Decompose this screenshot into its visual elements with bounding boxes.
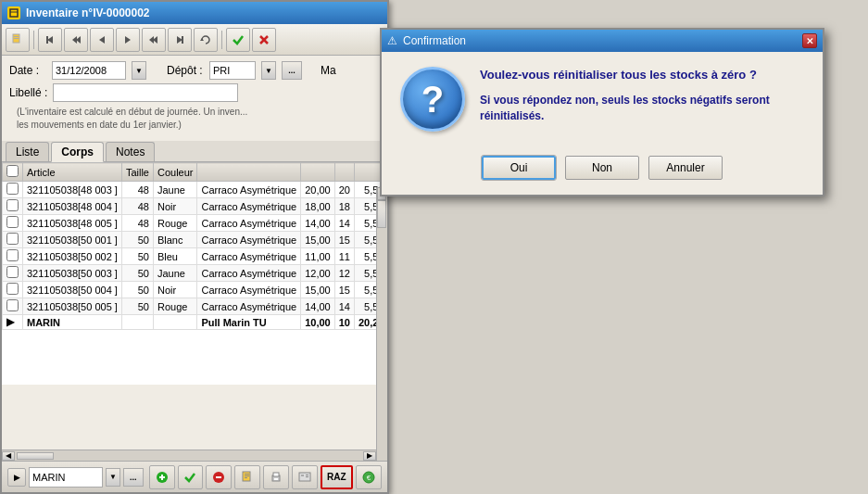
dialog-title-bar: ⚠ Confirmation ✕ [382,30,823,52]
dialog-question1: Voulez-vous réinitialiser tous les stock… [480,67,804,83]
dialog-text-area: Voulez-vous réinitialiser tous les stock… [480,67,804,132]
dialog-oui-btn[interactable]: Oui [482,156,556,180]
dialog-title-icon: ⚠ [387,34,397,47]
dialog-overlay: ⚠ Confirmation ✕ Voulez-vous réinitialis… [0,0,868,494]
dialog-non-btn[interactable]: Non [565,156,639,180]
dialog-buttons: Oui Non Annuler [382,146,823,195]
confirmation-dialog: ⚠ Confirmation ✕ Voulez-vous réinitialis… [380,28,824,196]
dialog-close-btn[interactable]: ✕ [802,33,817,48]
question-icon [400,67,465,132]
dialog-question2: Si vous répondez non, seuls les stocks n… [480,93,804,124]
dialog-title-text: Confirmation [403,34,466,47]
dialog-body: Voulez-vous réinitialiser tous les stock… [382,52,823,146]
dialog-icon-area [400,67,465,132]
dialog-annuler-btn[interactable]: Annuler [648,156,723,180]
